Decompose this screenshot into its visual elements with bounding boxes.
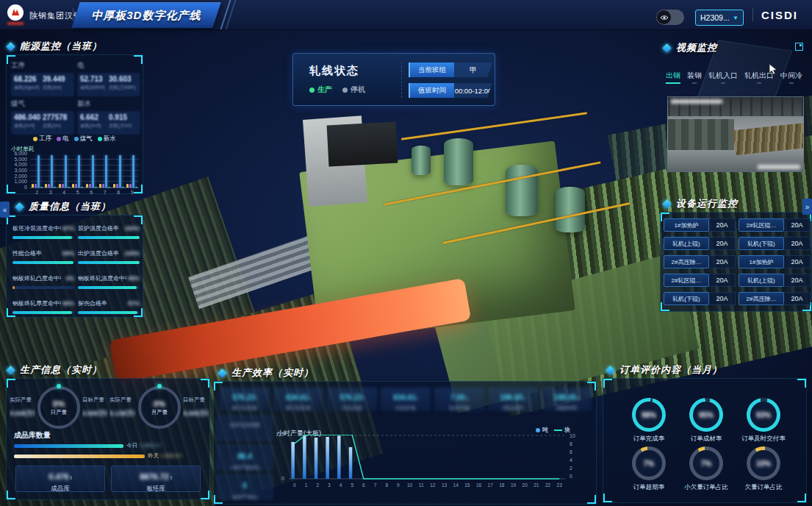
svg-text:11: 11 <box>419 482 424 488</box>
video-feed[interactable] <box>667 96 804 172</box>
page-title: 中厚板3D数字化产线 <box>76 3 217 28</box>
efficiency-stat: 576.23t累计轧制量 <box>220 388 270 411</box>
legend-tons: 吨 <box>536 426 548 434</box>
legend-item: 新水 <box>98 135 116 143</box>
energy-group: 电 52.713单耗(kWh/t) 30.603总耗(万kWh) <box>77 61 140 96</box>
visibility-toggle[interactable] <box>656 10 684 25</box>
svg-text:7: 7 <box>374 482 377 488</box>
diamond-icon <box>662 199 672 209</box>
svg-text:6: 6 <box>362 482 365 488</box>
header-divider <box>752 8 753 21</box>
video-machinery <box>668 119 734 150</box>
panel-expand-icon[interactable] <box>795 43 803 51</box>
bar-yesterday <box>14 455 145 458</box>
line-status-title: 轧线状态 <box>309 64 359 78</box>
video-watermark <box>758 165 800 169</box>
legend-item: 工序 <box>33 135 51 143</box>
legend-pieces: 块 <box>554 426 570 434</box>
svg-text:18: 18 <box>499 482 505 488</box>
slab-store-card: 8876.72t 板坯库 <box>111 466 201 492</box>
logo-caption <box>7 22 24 25</box>
diamond-icon <box>606 366 615 375</box>
svg-text:22: 22 <box>545 482 551 488</box>
progress-bar <box>12 286 15 289</box>
energy-panel: 工序 68.226单耗(kgce/t) 39.449总耗(tce) 电 52.7… <box>6 54 143 194</box>
energy-group: 新水 6.662单耗(m³/t) 0.915总耗(万m³) <box>77 99 140 135</box>
video-rollers <box>733 123 804 155</box>
energy-panel-title: 能源监控（当班） <box>7 40 102 53</box>
tab-camera-1[interactable]: 装钢 <box>687 71 702 84</box>
equipment-row: 1#加热炉20A <box>739 255 811 268</box>
quality-item: 性能合格率99% <box>12 249 74 264</box>
video-timestamp <box>671 99 722 104</box>
svg-text:2: 2 <box>316 482 319 488</box>
device-select-dropdown[interactable]: H2309... ▼ <box>695 10 744 26</box>
inventory-bar-today: 今日1,203.1 t <box>14 442 206 449</box>
collapse-handle-left[interactable]: « <box>0 202 10 218</box>
collapse-handle-right[interactable]: » <box>802 199 812 215</box>
video-panel-title: 视频监控 <box>664 41 717 54</box>
inventory-title: 成品库数量 <box>14 430 51 441</box>
svg-text:23: 23 <box>557 482 563 488</box>
scene-dark-housing <box>327 122 398 167</box>
svg-text:12: 12 <box>430 482 436 488</box>
svg-text:21: 21 <box>533 482 539 488</box>
progress-bar <box>78 311 137 314</box>
svg-text:8: 8 <box>385 482 388 488</box>
inventory-bar-yesterday: 昨天1,530.8 t <box>14 452 206 460</box>
efficiency-side-stat: 当班轧制块数 <box>217 416 273 441</box>
efficiency-stat: 7.00s轧制节奏 <box>434 388 484 411</box>
equipment-row: 2#高压除…20A <box>739 292 811 305</box>
production-panel-title: 生产信息（实时） <box>7 363 102 377</box>
legend-dot <box>536 428 540 432</box>
legend-item: 电 <box>57 135 69 143</box>
bar-today <box>14 444 123 448</box>
equipment-row: 2#轧区辊…20A <box>664 274 736 287</box>
tab-camera-0[interactable]: 出钢 <box>666 71 680 84</box>
legend-dot <box>57 137 61 141</box>
svg-text:4: 4 <box>339 482 342 488</box>
mountain-logo-icon <box>9 6 22 19</box>
svg-text:13: 13 <box>442 482 448 488</box>
efficiency-panel: 576.23t累计轧制量 634.61t累计装炉量 576.23t日轧制量 63… <box>213 381 597 505</box>
svg-text:17: 17 <box>488 482 494 488</box>
equipment-row: 轧机(上辊)20A <box>739 274 811 287</box>
energy-chart-xticks: 23456789 <box>30 190 139 195</box>
decor-slash <box>226 0 237 29</box>
production-panel: 实际产量0.045万t 0%日产量 目标产量0.500万t 实际产量0.139万… <box>6 378 210 500</box>
svg-text:16: 16 <box>476 482 482 488</box>
energy-chart-yticks: 6,0005,0004,0003,0002,0001,0000 <box>7 151 27 190</box>
quality-item: 板坯冷装温度命中率97% <box>12 224 74 239</box>
quality-item: 探伤合格率97% <box>78 299 140 314</box>
top-bar: 陕钢集团汉钢公司 中厚板3D数字化产线 H2309... ▼ CISDI <box>0 0 812 30</box>
progress-bar <box>78 286 137 289</box>
diamond-icon <box>218 368 227 378</box>
quality-panel: 板坯冷装温度命中率97% 装炉温度合格率100% 性能合格率99% 出炉温度合格… <box>6 215 143 318</box>
line-status-panel: 轧线状态 生产 停机 当前班组 甲 值班时间 00:00-12:00 <box>292 53 495 106</box>
left-axis-min: 0 <box>270 476 284 481</box>
energy-group: 煤气 486.040单耗(m³/t) 277578总耗(m³) <box>11 99 74 135</box>
quality-item: 出炉温度合格率100% <box>78 249 140 264</box>
legend-item-stopped: 停机 <box>342 85 365 95</box>
device-select-value: H2309... <box>700 13 730 22</box>
equipment-row: 2#高压除…20A <box>664 255 736 268</box>
camera-tabs: 出钢 装钢 轧机入口 轧机出口 中间冷 电加热 <box>666 71 805 84</box>
svg-text:1: 1 <box>305 482 308 488</box>
daily-output-gauge-group: 实际产量0.045万t 0%日产量 目标产量0.500万t <box>10 386 108 429</box>
eye-icon <box>657 10 671 24</box>
tab-camera-2[interactable]: 轧机入口 <box>708 71 738 84</box>
equipment-row: 2#轧区辊…20A <box>739 218 811 232</box>
scene-railing <box>401 112 587 140</box>
diamond-icon <box>15 202 24 212</box>
svg-text:9: 9 <box>397 482 400 488</box>
quality-panel-title: 质量信息（当班） <box>16 200 111 213</box>
orders-panel: 98% 订单完成率 95% 订单成材率 93% 订单及时交付率 7% 订单超期率… <box>603 378 807 503</box>
daily-output-gauge: 0%日产量 <box>37 386 80 429</box>
dashboard: 陕钢集团汉钢公司 中厚板3D数字化产线 H2309... ▼ CISDI 能源监… <box>0 0 812 506</box>
efficiency-panel-title: 生产效率（实时） <box>219 366 314 380</box>
tab-camera-4[interactable]: 中间冷 <box>780 71 802 84</box>
energy-chart-legend: 工序 电 煤气 新水 <box>7 135 143 143</box>
quality-item: 钢板终轧凸度命中率3% <box>12 274 74 289</box>
scene-cylinder <box>412 146 431 175</box>
diamond-icon <box>662 43 672 53</box>
